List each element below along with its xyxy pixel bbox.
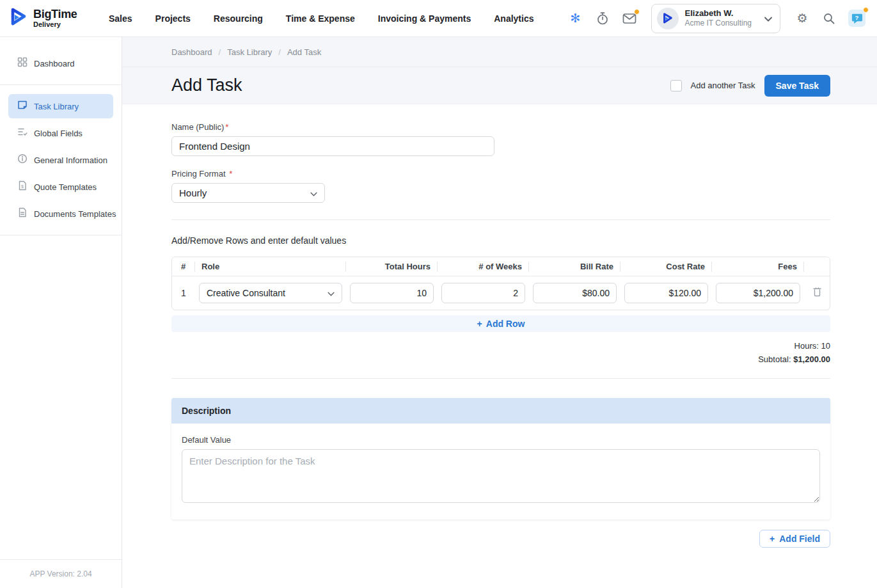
timer-icon[interactable] [595,11,610,26]
description-title: Description [182,406,231,416]
avatar [657,8,679,29]
add-field-label: Add Field [779,534,820,544]
chevron-down-icon [328,288,335,298]
chevron-down-icon [764,13,772,24]
chevron-down-icon [310,187,317,198]
quote-document-icon: $ [17,180,28,193]
rows-section-label: Add/Remove Rows and enter default values [171,235,830,246]
column-header-actions [804,262,830,272]
breadcrumb: Dashboard / Task Library / Add Task [122,37,877,67]
sidebar-item-general-information[interactable]: General Information [8,148,113,172]
help-icon[interactable]: ? [848,10,865,27]
column-header-cost-rate: Cost Rate [620,262,712,272]
nav-item-analytics[interactable]: Analytics [494,13,533,24]
sidebar: Dashboard Task Library [0,37,122,588]
breadcrumb-add-task: Add Task [287,47,321,57]
breadcrumb-separator: / [278,47,281,57]
section-divider [171,378,830,379]
default-value-label: Default Value [182,435,820,445]
total-hours-input[interactable] [350,283,434,303]
page-title: Add Task [171,75,242,95]
add-another-task-label[interactable]: Add another Task [691,81,755,90]
breadcrumb-task-library[interactable]: Task Library [227,47,272,57]
topnav-right: ✻ [568,4,866,33]
name-public-input[interactable] [171,136,494,156]
nav-item-invoicing-payments[interactable]: Invoicing & Payments [378,13,471,24]
plus-icon: + [770,534,775,544]
save-task-button[interactable]: Save Task [764,75,830,97]
list-check-icon [17,127,28,139]
pricing-format-label: Pricing Format * [171,169,830,179]
info-circle-icon [17,154,28,166]
pricing-format-value: Hourly [179,187,207,198]
column-header-bill-rate: Bill Rate [529,262,620,272]
sidebar-divider [0,235,122,235]
fees-input[interactable] [716,283,800,303]
sidebar-item-documents-templates[interactable]: Documents Templates [8,202,113,226]
table-header-row: # Role Total Hours # of Weeks Bill Rate … [172,257,830,276]
totals: Hours: 10 Subtotal: $1,200.00 [171,340,830,367]
description-header: Description [171,398,830,424]
sidebar-item-task-library[interactable]: Task Library [8,94,113,118]
sidebar-item-label: General Information [34,155,107,165]
breadcrumb-separator: / [219,47,221,57]
column-header-weeks: # of Weeks [438,262,529,272]
description-textarea[interactable] [182,449,820,503]
column-header-total-hours: Total Hours [346,262,438,272]
brand-subname: Delivery [33,21,77,28]
table-row: 1 Creative Consultant [172,276,830,310]
main-content: Dashboard / Task Library / Add Task Add … [122,37,877,588]
subtotal: Subtotal: $1,200.00 [171,353,830,367]
settings-gear-icon[interactable]: ⚙ [794,11,810,26]
task-rows-table: # Role Total Hours # of Weeks Bill Rate … [171,257,830,310]
sidebar-item-quote-templates[interactable]: $ Quote Templates [8,175,113,199]
brand-name: BigTime [33,8,77,20]
user-name: Elizabeth W. [685,8,752,19]
sidebar-item-label: Task Library [34,102,79,111]
sidebar-footer: APP Version: 2.04 [0,559,122,588]
trash-icon [812,287,822,299]
form-body: Name (Public)* Pricing Format * Hourly A… [122,104,877,588]
column-header-fees: Fees [712,262,804,272]
add-field-button[interactable]: + Add Field [759,530,830,548]
description-card: Description Default Value [171,398,830,520]
description-body: Default Value [171,424,830,520]
sidebar-item-dashboard[interactable]: Dashboard [8,51,113,75]
sidebar-item-label: Quote Templates [34,182,97,192]
delete-row-button[interactable] [804,287,830,299]
account-menu[interactable]: Elizabeth W. Acme IT Consulting [651,4,781,33]
column-header-number: # [172,262,195,272]
sidebar-item-global-fields[interactable]: Global Fields [8,121,113,145]
nav-item-sales[interactable]: Sales [109,13,132,24]
sidebar-item-label: Dashboard [34,59,75,68]
search-icon[interactable] [821,11,837,26]
dashboard-grid-icon [17,57,28,70]
cost-rate-input[interactable] [624,283,708,303]
app-version: APP Version: 2.04 [29,569,91,578]
hours-total: Hours: 10 [171,340,830,353]
sidebar-divider [0,84,122,85]
brand-logo[interactable]: BigTime Delivery [9,7,93,30]
ai-sparkle-icon[interactable]: ✻ [568,11,583,26]
add-row-button[interactable]: + Add Row [171,315,830,332]
add-row-label: Add Row [486,319,525,329]
user-company: Acme IT Consulting [685,19,752,28]
nav-item-time-expense[interactable]: Time & Expense [286,13,355,24]
sidebar-item-label: Global Fields [34,129,83,138]
nav-item-projects[interactable]: Projects [155,13,191,24]
breadcrumb-dashboard[interactable]: Dashboard [171,47,212,57]
top-navigation: BigTime Delivery Sales Projects Resourci… [0,0,877,37]
add-another-task-checkbox[interactable] [670,80,682,91]
weeks-input[interactable] [441,283,525,303]
svg-text:$: $ [21,184,24,189]
nav-item-resourcing[interactable]: Resourcing [214,13,263,24]
svg-text:?: ? [855,14,859,21]
role-select[interactable]: Creative Consultant [199,283,342,303]
name-public-label: Name (Public)* [171,122,830,132]
bill-rate-input[interactable] [533,283,617,303]
row-number: 1 [172,288,195,298]
header-actions: Add another Task Save Task [670,75,830,97]
messages-icon[interactable] [622,11,637,26]
pricing-format-select[interactable]: Hourly [171,183,325,203]
main-nav: Sales Projects Resourcing Time & Expense… [109,13,534,24]
